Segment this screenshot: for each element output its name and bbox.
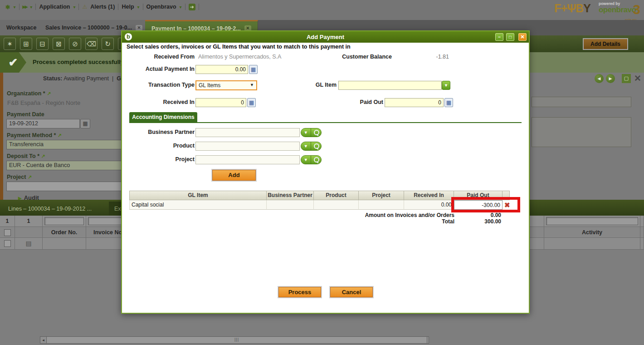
application-caret-icon[interactable]: ▾ [73, 5, 75, 10]
menu-divider [199, 4, 199, 10]
minimize-icon[interactable]: – [495, 33, 503, 41]
project-search[interactable]: ▾ [301, 155, 322, 164]
business-partner-field[interactable] [195, 128, 300, 137]
project-field[interactable] [6, 182, 122, 191]
add-button[interactable]: Add [211, 169, 257, 182]
next-record-icon[interactable]: ▶ [606, 74, 615, 83]
calculator-icon[interactable]: ▦ [247, 98, 256, 107]
link-icon[interactable]: ↗ [47, 91, 51, 96]
product-search[interactable]: ▾ [301, 142, 322, 151]
project-dim-field[interactable] [195, 155, 300, 164]
menu-help[interactable]: Help [122, 4, 134, 10]
process-button[interactable]: Process [278, 286, 322, 298]
calculator-icon[interactable]: ▦ [249, 65, 258, 74]
help-caret-icon[interactable]: ▾ [137, 5, 140, 10]
undo-icon[interactable]: ⊘ [69, 38, 81, 50]
column-gl-item[interactable]: GL Item [129, 191, 267, 200]
status-label: Status: [43, 75, 62, 82]
cell-product[interactable] [314, 200, 359, 210]
cell-project[interactable] [359, 200, 404, 210]
select-all-checkbox[interactable] [4, 229, 11, 236]
save-close-icon[interactable]: ⊠ [53, 38, 65, 50]
right-textarea-field[interactable] [532, 117, 631, 147]
new-record-icon[interactable]: ✶ [4, 38, 16, 50]
menu-application[interactable]: Application [39, 4, 70, 10]
total-value: 300.00 [469, 218, 501, 225]
column-activity[interactable]: Activity [544, 227, 640, 237]
delete-icon[interactable]: ⌫ [85, 38, 98, 50]
dialog-title-bar[interactable]: b Add Payment – □ ✕ [122, 31, 529, 43]
quick-launch-caret-icon[interactable]: ▾ [13, 5, 15, 10]
menu-alerts[interactable]: Alerts (1) [90, 4, 115, 10]
deposit-to-field[interactable]: EUR - Cuenta de Banco [6, 161, 122, 170]
column-business-partner[interactable]: Business Partner [267, 191, 314, 200]
column-product[interactable]: Product [314, 191, 359, 200]
gl-item-label: GL Item [265, 82, 337, 88]
column-order-no[interactable]: Order No. [43, 227, 86, 237]
calendar-icon[interactable]: ▦ [80, 119, 90, 128]
cell-received-in[interactable]: 0.00 [404, 200, 454, 210]
calculator-icon[interactable]: ▦ [444, 98, 453, 107]
cell-gl-item[interactable]: Capital social [129, 200, 267, 210]
actual-payment-in-field[interactable]: 0.00 [195, 65, 248, 74]
previous-record-icon[interactable]: ◀ [595, 74, 604, 83]
payment-date-field[interactable]: 19-09-2012 [6, 119, 80, 128]
scroll-left-icon[interactable]: ◂ [40, 337, 47, 343]
horizontal-scrollbar[interactable]: ◂ ||| [40, 336, 429, 344]
search-icon[interactable] [311, 156, 321, 164]
tab-close-icon[interactable]: ✕ [136, 25, 142, 31]
close-view-icon[interactable]: ✕ [633, 74, 643, 84]
payment-method-label: Payment Method * ↗ [7, 132, 62, 138]
menu-divider [118, 4, 118, 10]
received-from-label: Received From [123, 54, 195, 60]
fnb-logo: F+ΨBY [554, 2, 590, 15]
link-icon[interactable]: ↗ [41, 153, 45, 159]
organization-value: F&B España - Región Norte [7, 99, 80, 106]
link-icon[interactable]: ↗ [58, 133, 62, 138]
business-partner-search[interactable]: ▾ [301, 128, 322, 137]
search-icon[interactable] [311, 128, 321, 137]
transaction-type-select[interactable]: GL Items ▼ [195, 80, 257, 90]
order-no-filter-input[interactable] [44, 217, 84, 225]
row-checkbox[interactable] [4, 240, 11, 247]
tab-accounting-dimensions[interactable]: Accounting Dimensions [129, 112, 197, 122]
combo-caret-icon[interactable]: ▾ [301, 128, 311, 137]
activity-filter-input[interactable] [546, 217, 638, 225]
product-field[interactable] [195, 142, 300, 151]
quick-create-caret-icon[interactable]: ▾ [30, 5, 32, 10]
tab-lines[interactable]: Lines – 1000034 – 19-09-2012 ... [3, 202, 97, 216]
menu-divider [35, 4, 36, 10]
quick-launch-icon[interactable]: ✱ [5, 4, 10, 10]
refresh-icon[interactable]: ↻ [102, 38, 114, 50]
document-icon: ▤ [25, 240, 31, 247]
scrollbar-thumb[interactable]: ||| [47, 337, 427, 343]
logout-icon[interactable]: ➔ [189, 4, 195, 10]
menu-divider [78, 4, 79, 10]
grid-view-icon[interactable]: ⊞ [20, 38, 32, 50]
cell-business-partner[interactable] [267, 200, 314, 210]
menu-openbravo[interactable]: Openbravo [146, 4, 176, 10]
quick-create-icon[interactable]: ▶▶ [23, 5, 27, 9]
add-details-button[interactable]: Add Details [583, 38, 628, 50]
maximize-view-icon[interactable]: ▢ [622, 74, 631, 83]
combo-caret-icon[interactable]: ▾ [301, 156, 311, 164]
tab-workspace[interactable]: Workspace [0, 20, 43, 35]
maximize-icon[interactable]: □ [506, 33, 514, 41]
right-input-field[interactable] [532, 97, 631, 107]
openbravo-caret-icon[interactable]: ▾ [180, 5, 182, 10]
search-icon[interactable] [311, 142, 321, 150]
gl-item-field[interactable] [338, 81, 442, 90]
top-menu-bar: ✱ ▾ ▶▶ ▾ Application ▾ ⚠ Alerts (1) Help… [0, 0, 644, 20]
column-received-in[interactable]: Received In [404, 191, 454, 200]
save-icon[interactable]: ⊟ [36, 38, 49, 50]
combo-caret-icon[interactable]: ▾ [301, 142, 311, 150]
close-dialog-icon[interactable]: ✕ [518, 33, 527, 41]
payment-method-field[interactable]: Transferencia [6, 140, 122, 149]
column-project[interactable]: Project [359, 191, 404, 200]
received-in-field[interactable]: 0 [195, 98, 246, 107]
cancel-button[interactable]: Cancel [329, 286, 374, 298]
gl-item-dropdown-icon[interactable]: ▾ [442, 81, 450, 90]
link-icon[interactable]: ↗ [28, 174, 32, 180]
received-from-value: Alimentos y Supermercados, S.A [198, 54, 281, 60]
paid-out-field[interactable]: 0 [385, 98, 444, 107]
